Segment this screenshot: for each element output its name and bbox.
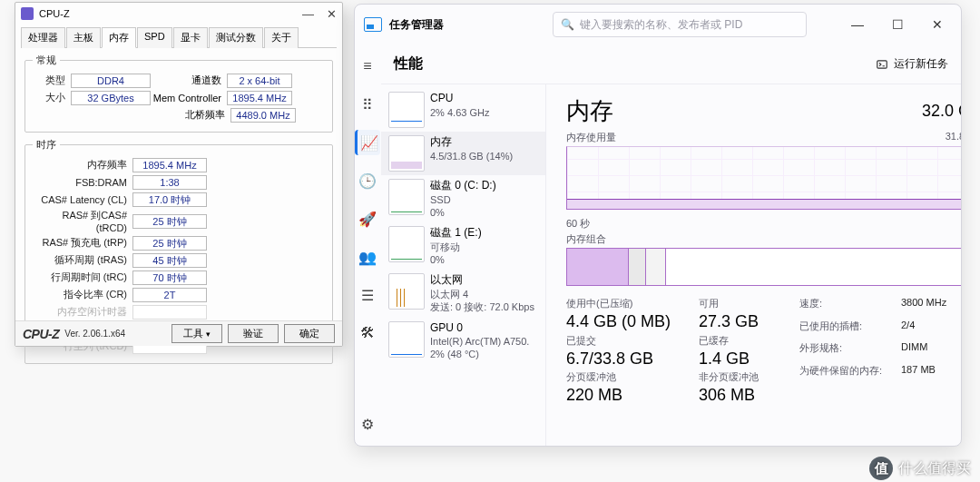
val-form: DIMM: [901, 341, 962, 362]
perf-item-sub1: 以太网 4: [430, 288, 538, 300]
label-nbfreq: 北桥频率: [154, 108, 230, 122]
perf-list-item[interactable]: 磁盘 1 (E:)可移动0%: [381, 222, 545, 270]
timing-label: 内存频率: [33, 158, 132, 172]
nav-services-icon[interactable]: 🛠: [355, 320, 380, 346]
tools-button[interactable]: 工具: [172, 324, 222, 343]
timing-label: 循环周期 (tRAS): [33, 253, 132, 267]
perf-item-sub1: Intel(R) Arc(TM) A750.: [430, 335, 538, 348]
perf-thumb: [388, 226, 425, 262]
perf-thumb: [388, 321, 425, 358]
taskmgr-titlebar[interactable]: 任务管理器 🔍 键入要搜索的名称、发布者或 PID — ☐ ✕: [355, 5, 961, 44]
perf-item-name: 磁盘 0 (C: D:): [430, 179, 538, 193]
perf-list-item[interactable]: 内存4.5/31.8 GB (14%): [381, 132, 545, 175]
minimize-icon[interactable]: —: [302, 7, 314, 21]
maximize-icon[interactable]: ☐: [877, 10, 917, 39]
perf-item-sub2: 2% (48 °C): [430, 348, 538, 360]
perf-item-sub2: 0%: [430, 206, 538, 219]
memory-usage-chart: [566, 146, 962, 210]
section-title: 性能: [394, 54, 423, 74]
cap-hw: 为硬件保留的内存:: [799, 364, 896, 385]
taskmgr-window-buttons: — ☐ ✕: [838, 10, 957, 39]
memory-detail: 内存 32.0 GB 内存使用量 31.8 GB 60 秒0 内存组合: [546, 84, 962, 446]
val-speed: 3800 MHz: [901, 297, 962, 318]
perf-item-name: 以太网: [430, 273, 538, 288]
hamburger-icon[interactable]: ≡: [355, 54, 380, 79]
run-task-icon: [876, 58, 888, 71]
ok-button[interactable]: 确定: [284, 324, 335, 343]
tab-memory[interactable]: 内存: [102, 27, 136, 48]
cap-commit: 已提交: [566, 334, 693, 348]
detail-total: 32.0 GB: [922, 102, 962, 121]
legend-timings: 时序: [33, 138, 60, 152]
detail-title: 内存: [566, 95, 613, 127]
perf-item-name: 内存: [430, 135, 538, 150]
val-cached: 1.4 GB: [699, 349, 794, 369]
comp-inuse: [567, 249, 629, 285]
run-new-task-label: 运行新任务: [894, 56, 948, 72]
search-icon: 🔍: [561, 18, 574, 31]
value-nbfreq: 4489.0 MHz: [230, 108, 296, 123]
tab-spd[interactable]: SPD: [137, 27, 172, 48]
watermark: 值 什么值得买: [869, 457, 971, 480]
val-slots: 2/4: [901, 320, 962, 340]
group-general: 常规 类型 DDR4 通道数 2 x 64-bit 大小 32 GBytes M…: [24, 54, 333, 133]
timing-label: RAS# 预充电 (tRP): [33, 236, 132, 250]
nav-apphistory-icon[interactable]: 🕒: [355, 168, 380, 193]
cap-paged: 分页缓冲池: [566, 370, 693, 384]
val-paged: 220 MB: [566, 386, 693, 406]
nav-startup-icon[interactable]: 🚀: [355, 206, 380, 231]
perf-list-item[interactable]: GPU 0Intel(R) Arc(TM) A750.2% (48 °C): [381, 318, 545, 365]
timing-value: 1895.4 MHz: [132, 158, 207, 172]
val-hw: 187 MB: [901, 364, 962, 385]
nav-performance-icon[interactable]: 📈: [355, 130, 380, 155]
settings-icon[interactable]: ⚙: [355, 411, 380, 437]
cpuz-app-icon: [21, 7, 34, 20]
value-memcontroller: 1895.4 MHz: [227, 91, 292, 105]
timing-value: 2T: [132, 288, 207, 302]
timing-value: 25 时钟: [132, 236, 207, 251]
perf-item-sub1: 可移动: [430, 241, 538, 253]
perf-list-item[interactable]: 以太网以太网 4发送: 0 接收: 72.0 Kbps: [381, 270, 545, 317]
tab-bench[interactable]: 测试分数: [209, 27, 263, 48]
tab-about[interactable]: 关于: [264, 27, 299, 48]
taskmgr-window: 任务管理器 🔍 键入要搜索的名称、发布者或 PID — ☐ ✕ ≡ ⠿ 📈 🕒 …: [354, 4, 962, 447]
perf-item-sub1: 4.5/31.8 GB (14%): [430, 150, 538, 162]
nav-details-icon[interactable]: ☰: [355, 282, 380, 308]
tab-mainboard[interactable]: 主板: [66, 27, 101, 48]
search-input[interactable]: 🔍 键入要搜索的名称、发布者或 PID: [553, 12, 807, 37]
comp-free: [666, 249, 962, 285]
nav-processes-icon[interactable]: ⠿: [355, 92, 380, 117]
cpuz-version: Ver. 2.06.1.x64: [64, 329, 125, 339]
minimize-icon[interactable]: —: [838, 10, 877, 39]
label-size: 大小: [33, 91, 71, 104]
chart-xlabel: 60 秒: [566, 217, 590, 231]
cpuz-tabs: 处理器 主板 内存 SPD 显卡 测试分数 关于: [21, 26, 337, 48]
taskmgr-title: 任务管理器: [389, 17, 444, 33]
close-icon[interactable]: ✕: [917, 10, 957, 39]
perf-item-name: 磁盘 1 (E:): [430, 226, 538, 241]
value-type: DDR4: [71, 74, 151, 88]
timing-value: 17.0 时钟: [132, 192, 207, 207]
timing-label: FSB:DRAM: [33, 177, 132, 188]
perf-item-name: CPU: [430, 92, 538, 106]
comp-standby: [646, 249, 667, 285]
run-new-task-button[interactable]: 运行新任务: [868, 53, 956, 75]
tab-cpu[interactable]: 处理器: [21, 27, 65, 48]
perf-list-item[interactable]: CPU2% 4.63 GHz: [381, 88, 545, 132]
close-icon[interactable]: ✕: [327, 7, 337, 21]
nav-users-icon[interactable]: 👥: [355, 244, 380, 270]
cpuz-titlebar[interactable]: CPU-Z — ✕: [15, 3, 342, 25]
cpuz-window-buttons: — ✕: [302, 7, 337, 21]
taskmgr-nav: ≡ ⠿ 📈 🕒 🚀 👥 ☰ 🛠 ⚙: [355, 44, 381, 446]
watermark-text: 什么值得买: [898, 459, 971, 478]
label-type: 类型: [33, 74, 71, 87]
cpuz-window: CPU-Z — ✕ 处理器 主板 内存 SPD 显卡 测试分数 关于 常规 类型…: [15, 2, 343, 347]
cap-cached: 已缓存: [699, 334, 794, 348]
perf-list-item[interactable]: 磁盘 0 (C: D:)SSD0%: [381, 175, 545, 222]
cpuz-title: CPU-Z: [39, 8, 70, 19]
validate-button[interactable]: 验证: [228, 324, 279, 343]
tab-graphics[interactable]: 显卡: [173, 27, 208, 48]
perf-thumb: [388, 92, 425, 128]
timing-value-disabled: [132, 305, 207, 320]
taskmgr-content: 性能 运行新任务 ⋯ CPU2% 4.63 GHz内存4.5/31.8 GB (…: [381, 44, 962, 446]
